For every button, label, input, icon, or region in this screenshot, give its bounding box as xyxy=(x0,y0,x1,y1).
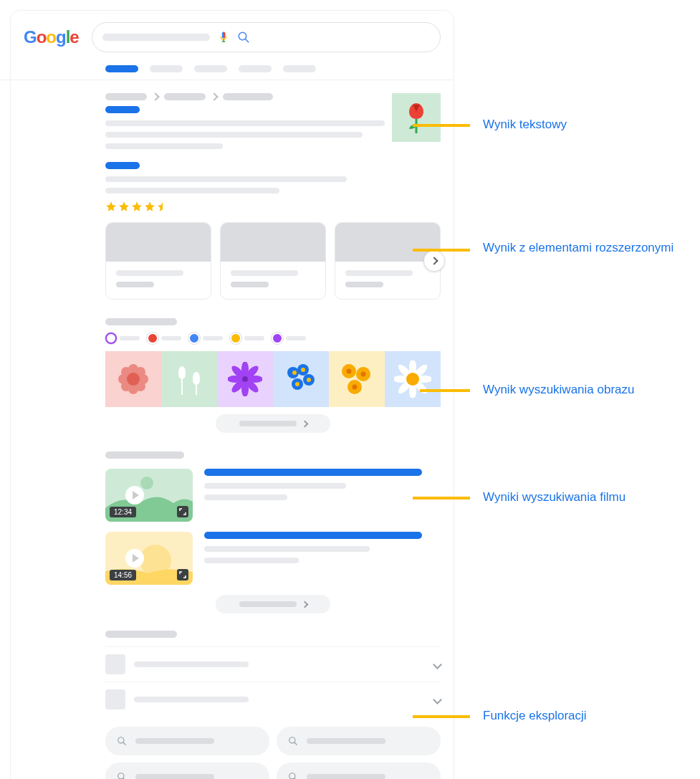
svg-point-39 xyxy=(361,372,366,377)
search-icon[interactable] xyxy=(237,31,250,44)
search-icon xyxy=(117,772,127,779)
annotation-video-result: Wyniki wyszukiwania filmu xyxy=(483,489,625,507)
image-result[interactable] xyxy=(273,351,329,407)
search-tabs xyxy=(105,65,441,72)
image-result[interactable] xyxy=(161,351,217,407)
accordion-item[interactable] xyxy=(105,682,441,717)
chevron-right-icon xyxy=(210,92,218,100)
tab-item[interactable] xyxy=(194,65,227,72)
tab-item[interactable] xyxy=(239,65,272,72)
related-search-pill[interactable] xyxy=(277,727,441,755)
serp-card: Google xyxy=(10,10,454,779)
daisy-icon xyxy=(394,360,431,398)
mic-icon[interactable] xyxy=(217,29,230,45)
video-results-section: 12:34 14:56 xyxy=(105,451,441,613)
svg-point-50 xyxy=(140,477,153,489)
accordion-item[interactable] xyxy=(105,646,441,682)
breadcrumb xyxy=(105,93,385,100)
chevron-right-icon xyxy=(151,92,159,100)
filter-chip[interactable] xyxy=(147,333,181,344)
chevron-right-icon xyxy=(301,420,308,427)
rich-card[interactable] xyxy=(105,222,211,300)
svg-line-3 xyxy=(245,39,249,42)
people-also-ask xyxy=(105,631,441,717)
card-image xyxy=(221,223,325,262)
flower-icon xyxy=(228,362,262,396)
expand-icon[interactable] xyxy=(177,506,188,517)
related-search-pill[interactable] xyxy=(105,727,269,755)
carousel-next-button[interactable] xyxy=(423,250,445,272)
image-result-row xyxy=(105,351,441,407)
related-search-pill[interactable] xyxy=(105,763,269,779)
svg-line-53 xyxy=(123,742,126,745)
text-result[interactable] xyxy=(105,93,441,149)
annotation-text-result: Wynik tekstowy xyxy=(483,116,567,134)
text-result-rated[interactable] xyxy=(105,162,441,212)
image-results-section xyxy=(105,318,441,433)
search-icon xyxy=(288,736,298,746)
svg-point-38 xyxy=(347,369,352,374)
video-result[interactable]: 14:56 xyxy=(105,532,441,585)
result-title[interactable] xyxy=(105,162,140,169)
search-icon xyxy=(288,772,298,779)
image-result[interactable] xyxy=(329,351,385,407)
svg-point-49 xyxy=(406,373,419,386)
related-searches xyxy=(105,727,441,779)
video-title[interactable] xyxy=(204,469,422,476)
svg-point-34 xyxy=(295,382,299,386)
annotation-exploration: Funkcje eksploracji xyxy=(483,707,587,725)
star-icon xyxy=(118,201,130,212)
search-bar[interactable] xyxy=(92,22,441,52)
show-more-images-button[interactable] xyxy=(216,414,330,433)
section-heading xyxy=(105,631,177,638)
filter-chip[interactable] xyxy=(188,333,223,344)
accordion-thumb xyxy=(105,654,125,674)
svg-point-40 xyxy=(353,385,358,390)
tabs-divider xyxy=(0,80,454,80)
expand-icon[interactable] xyxy=(177,569,188,580)
svg-point-31 xyxy=(292,371,297,375)
star-rating xyxy=(105,201,441,212)
star-icon xyxy=(105,201,117,212)
video-thumbnail[interactable]: 14:56 xyxy=(105,532,193,585)
svg-point-15 xyxy=(127,373,140,386)
section-heading xyxy=(105,318,177,325)
video-result[interactable]: 12:34 xyxy=(105,469,441,522)
chevron-down-icon xyxy=(433,695,442,704)
card-image xyxy=(106,223,211,262)
tab-all[interactable] xyxy=(105,65,138,72)
accordion-thumb xyxy=(105,689,125,709)
svg-point-26 xyxy=(242,376,248,382)
filter-chip[interactable] xyxy=(230,333,264,344)
filter-chip[interactable] xyxy=(105,333,140,344)
video-title[interactable] xyxy=(204,532,422,539)
filter-chip[interactable] xyxy=(272,333,306,344)
google-logo[interactable]: Google xyxy=(24,27,79,47)
star-icon xyxy=(131,201,143,212)
tab-item[interactable] xyxy=(283,65,316,72)
search-icon xyxy=(117,736,127,746)
rich-card[interactable] xyxy=(220,222,326,300)
rich-result-carousel xyxy=(105,222,441,300)
image-result[interactable] xyxy=(217,351,273,407)
tab-item[interactable] xyxy=(150,65,183,72)
show-more-videos-button[interactable] xyxy=(216,595,330,613)
svg-point-33 xyxy=(307,378,311,382)
video-thumbnail[interactable]: 12:34 xyxy=(105,469,193,522)
result-title[interactable] xyxy=(105,106,140,113)
image-result[interactable] xyxy=(385,351,441,407)
image-filter-chips xyxy=(105,333,441,344)
related-search-pill[interactable] xyxy=(277,763,441,779)
flower-icon xyxy=(117,363,150,396)
tulip-icon xyxy=(171,359,207,399)
image-result[interactable] xyxy=(105,351,161,407)
play-icon xyxy=(125,549,144,568)
result-thumbnail xyxy=(392,93,441,142)
chevron-right-icon xyxy=(430,257,438,264)
flower-icon xyxy=(337,360,376,398)
annotation-image-result: Wynik wyszukiwania obrazu xyxy=(483,381,641,399)
svg-line-55 xyxy=(294,742,297,745)
flower-icon xyxy=(282,360,320,398)
star-half-icon xyxy=(157,201,168,212)
annotation-rich-result: Wynik z elementami rozszerzonymi xyxy=(483,239,673,257)
